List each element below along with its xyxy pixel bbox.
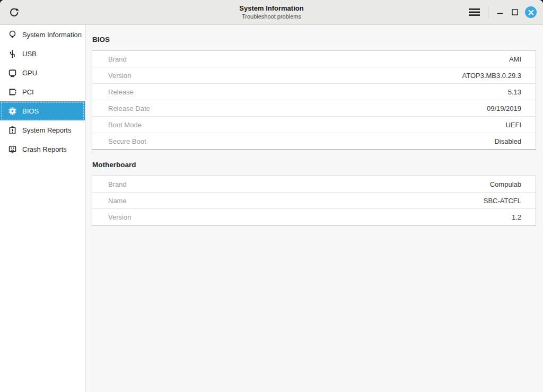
main-area: System Information USB [0, 25, 543, 392]
window-controls [466, 4, 543, 20]
close-button[interactable] [523, 5, 538, 20]
row-label: Release [108, 88, 134, 96]
bios-table: Brand AMI Version ATOP3.MB3.0.29.3 Relea… [92, 50, 536, 150]
sidebar-item-label: Crash Reports [22, 145, 67, 153]
crashed-monitor-icon [7, 144, 17, 154]
sidebar-item-label: System Information [22, 31, 82, 39]
maximize-button[interactable] [507, 5, 522, 20]
minimize-button[interactable] [493, 5, 507, 20]
row-label: Name [108, 197, 127, 205]
clipboard-alert-icon [7, 125, 17, 135]
sidebar-item-bios[interactable]: BIOS [0, 101, 85, 120]
content-area: BIOS Brand AMI Version ATOP3.MB3.0.29.3 … [85, 25, 543, 392]
app-window: System Information Troubleshoot problems [0, 0, 543, 392]
refresh-button[interactable] [7, 5, 21, 19]
pci-card-icon [7, 87, 17, 97]
table-row: Release Date 09/19/2019 [92, 100, 536, 117]
row-label: Version [108, 72, 131, 80]
row-value: 1.2 [512, 213, 521, 221]
row-label: Brand [108, 55, 127, 63]
chip-icon [7, 106, 17, 116]
row-label: Release Date [108, 104, 150, 112]
section-title-motherboard: Motherboard [92, 161, 536, 169]
controls-separator [488, 5, 488, 19]
sidebar: System Information USB [0, 25, 85, 392]
titlebar-titles: System Information Troubleshoot problems [0, 0, 543, 24]
row-value: Disabled [494, 137, 521, 145]
row-value: UEFI [505, 121, 521, 129]
table-row: Version ATOP3.MB3.0.29.3 [92, 67, 536, 84]
sidebar-item-label: System Reports [22, 126, 71, 134]
close-icon [525, 6, 537, 18]
row-value: ATOP3.MB3.0.29.3 [462, 72, 521, 80]
row-value: Compulab [490, 180, 521, 188]
row-label: Boot Mode [108, 121, 142, 129]
section-title-bios: BIOS [92, 36, 536, 44]
monitor-icon [7, 68, 17, 77]
sidebar-item-pci[interactable]: PCI [0, 82, 85, 101]
table-row: Brand Compulab [92, 176, 536, 193]
sidebar-item-label: USB [22, 50, 37, 58]
row-label: Brand [108, 180, 127, 188]
row-value: 09/19/2019 [487, 104, 521, 112]
titlebar: System Information Troubleshoot problems [0, 0, 543, 25]
table-row: Secure Boot Disabled [92, 133, 536, 149]
page-subtitle: Troubleshoot problems [242, 13, 301, 20]
row-value: SBC-ATCFL [484, 197, 521, 205]
table-row: Brand AMI [92, 51, 536, 67]
sidebar-item-usb[interactable]: USB [0, 44, 85, 63]
motherboard-table: Brand Compulab Name SBC-ATCFL Version 1.… [92, 176, 536, 225]
table-row: Boot Mode UEFI [92, 117, 536, 133]
row-label: Secure Boot [108, 137, 146, 145]
table-row: Release 5.13 [92, 84, 536, 100]
lightbulb-icon [7, 30, 17, 39]
row-value: AMI [509, 55, 521, 63]
menu-button[interactable] [466, 4, 482, 20]
hamburger-menu-icon [469, 7, 480, 17]
row-value: 5.13 [508, 88, 521, 96]
minimize-icon [497, 9, 503, 15]
sidebar-item-label: BIOS [22, 107, 39, 115]
sidebar-item-label: GPU [22, 69, 37, 77]
maximize-icon [512, 9, 518, 15]
refresh-icon [8, 7, 20, 18]
page-title: System Information [239, 4, 303, 13]
row-label: Version [108, 213, 131, 221]
sidebar-item-crash-reports[interactable]: Crash Reports [0, 140, 85, 159]
table-row: Name SBC-ATCFL [92, 193, 536, 209]
sidebar-item-label: PCI [22, 88, 34, 96]
usb-icon [7, 49, 17, 58]
table-row: Version 1.2 [92, 209, 536, 225]
sidebar-item-system-reports[interactable]: System Reports [0, 120, 85, 140]
sidebar-item-gpu[interactable]: GPU [0, 63, 85, 82]
sidebar-item-system-information[interactable]: System Information [0, 25, 85, 44]
